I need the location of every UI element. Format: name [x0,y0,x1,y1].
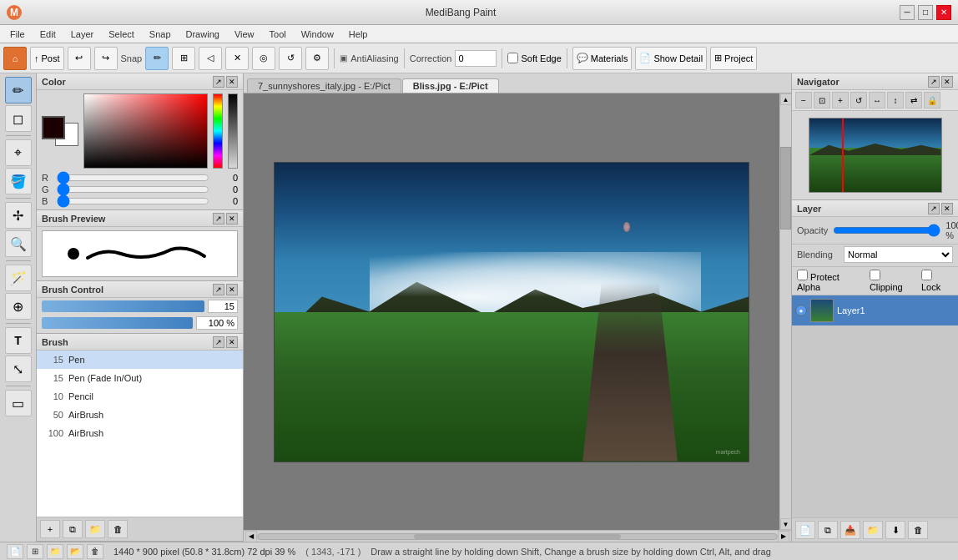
brush-item-3[interactable]: 50AirBrush [37,406,243,424]
scroll-thumb-v[interactable] [780,147,791,230]
opacity-slider[interactable] [833,226,940,235]
layer-visibility-toggle[interactable]: ● [795,305,807,316]
transform-tool-button[interactable]: ⤡ [5,356,32,382]
horizontal-scrollbar[interactable]: ◀ ▶ [244,530,791,542]
select-tool-button[interactable]: ◻ [5,105,32,132]
menu-item-help[interactable]: Help [342,28,375,41]
scroll-down-arrow[interactable]: ▼ [780,518,792,530]
layer-add-button[interactable]: 📄 [795,521,815,539]
tab-0[interactable]: 7_sunnyshores_italy.jpg - E:/Pict [247,78,401,93]
g-slider[interactable] [57,185,209,194]
brush-tool-button[interactable]: ✏ [5,77,32,103]
maximize-button[interactable]: □ [918,5,933,20]
brush-preview-expand-button[interactable]: ↗ [213,213,224,225]
status-icon-4[interactable]: 📂 [67,544,83,559]
nav-fit-width-button[interactable]: ↔ [869,92,885,108]
lasso-tool-button[interactable]: ⌖ [5,139,32,166]
brush-control-expand-button[interactable]: ↗ [213,284,224,295]
lock-checkbox[interactable] [921,270,932,280]
navigator-expand-button[interactable]: ↗ [928,76,940,88]
layer-delete-button[interactable]: 🗑 [908,521,928,539]
nav-fit-button[interactable]: ⊡ [814,92,830,108]
nav-zoom-in-button[interactable]: + [832,92,849,108]
home-button[interactable]: ⌂ [3,47,27,70]
brush-item-4[interactable]: 100AirBrush [37,424,243,442]
layer-item[interactable]: ● Layer1 [792,295,958,325]
snap-grid-button[interactable]: ⊞ [172,47,195,70]
scroll-right-arrow[interactable]: ▶ [778,531,789,542]
brush-copy-button[interactable]: ⧉ [63,520,83,538]
brush-item-2[interactable]: 10Pencil [37,387,243,406]
menu-item-tool[interactable]: Tool [263,28,293,41]
color-alpha-slider[interactable] [228,93,238,169]
lock-check[interactable]: Lock [921,270,953,292]
project-button[interactable]: ⊞ Project [710,47,757,70]
soft-edge-check[interactable]: Soft Edge [507,53,561,63]
status-icon-5[interactable]: 🗑 [87,544,103,559]
tab-1[interactable]: Bliss.jpg - E:/Pict [402,78,499,93]
layer-panel-close-button[interactable]: ✕ [941,203,953,214]
nav-rotate-button[interactable]: 🔒 [924,92,940,108]
brush-preview-close-button[interactable]: ✕ [226,213,238,225]
post-button[interactable]: ↑ Post [30,47,64,70]
vertical-scrollbar[interactable]: ▲ ▼ [779,93,791,530]
text-tool-button[interactable]: T [5,327,32,354]
menu-item-snap[interactable]: Snap [143,28,178,41]
nav-flip-h-button[interactable]: ⇄ [905,92,922,108]
status-icon-2[interactable]: ⊞ [27,544,43,559]
brush-size-slider[interactable] [42,300,204,312]
menu-item-layer[interactable]: Layer [64,28,101,41]
foreground-color-swatch[interactable] [42,116,65,139]
snap-curve-button[interactable]: ↺ [279,47,302,70]
protect-alpha-check[interactable]: Protect Alpha [797,270,863,292]
navigator-close-button[interactable]: ✕ [941,76,953,88]
menu-item-file[interactable]: File [3,28,32,41]
brush-list-expand-button[interactable]: ↗ [213,336,224,348]
nav-zoom-out-button[interactable]: − [795,92,812,108]
gradient-tool-button[interactable]: ▭ [5,390,32,416]
hscroll-thumb[interactable] [414,534,622,539]
brush-item-1[interactable]: 15Pen (Fade In/Out) [37,369,243,387]
menu-item-view[interactable]: View [228,28,261,41]
color-hue-slider[interactable] [213,93,223,169]
materials-button[interactable]: 💬 Materials [572,47,633,70]
redo-button[interactable]: ↪ [94,47,118,70]
menu-item-drawing[interactable]: Drawing [179,28,226,41]
color-panel-close-button[interactable]: ✕ [226,76,238,88]
protect-alpha-checkbox[interactable] [797,270,808,280]
menu-item-select[interactable]: Select [102,28,141,41]
show-detail-button[interactable]: 📄 Show Detail [635,47,707,70]
layer-merge-button[interactable]: ⬇ [885,521,905,539]
zoom-tool-button[interactable]: 🔍 [5,230,32,257]
snap-cross-button[interactable]: ✕ [225,47,249,70]
layer-copy-button[interactable]: ⧉ [818,521,838,539]
nav-reset-button[interactable]: ↺ [850,92,867,108]
navigator-preview[interactable] [809,118,942,193]
snap-angle-button[interactable]: ◁ [199,47,222,70]
blending-select[interactable]: Normal Multiply Screen Overlay [844,246,953,263]
brush-opacity-slider[interactable] [42,317,193,329]
brush-delete-button[interactable]: 🗑 [108,520,128,538]
b-slider[interactable] [57,197,209,205]
close-button[interactable]: ✕ [936,5,951,20]
fill-tool-button[interactable]: 🪣 [5,168,32,194]
clipping-check[interactable]: Clipping [870,270,915,292]
scroll-up-arrow[interactable]: ▲ [780,93,792,105]
brush-control-close-button[interactable]: ✕ [226,284,238,295]
scroll-left-arrow[interactable]: ◀ [245,531,257,542]
r-slider[interactable] [57,174,209,182]
color-gradient-picker[interactable] [83,93,208,169]
minimize-button[interactable]: ─ [900,5,915,20]
brush-list-close-button[interactable]: ✕ [226,336,238,348]
brush-add-button[interactable]: + [40,520,60,538]
canvas-image[interactable]: martpech [274,162,749,462]
brush-item-0[interactable]: 15Pen [37,351,243,369]
layer-import-button[interactable]: 📥 [840,521,860,539]
layer-panel-expand-button[interactable]: ↗ [928,203,940,214]
layer-folder-button[interactable]: 📁 [863,521,883,539]
snap-pen-button[interactable]: ✏ [145,47,169,70]
snap-circle-button[interactable]: ◎ [252,47,275,70]
menu-item-edit[interactable]: Edit [33,28,63,41]
soft-edge-checkbox[interactable] [507,53,518,63]
status-icon-1[interactable]: 📄 [7,544,23,559]
